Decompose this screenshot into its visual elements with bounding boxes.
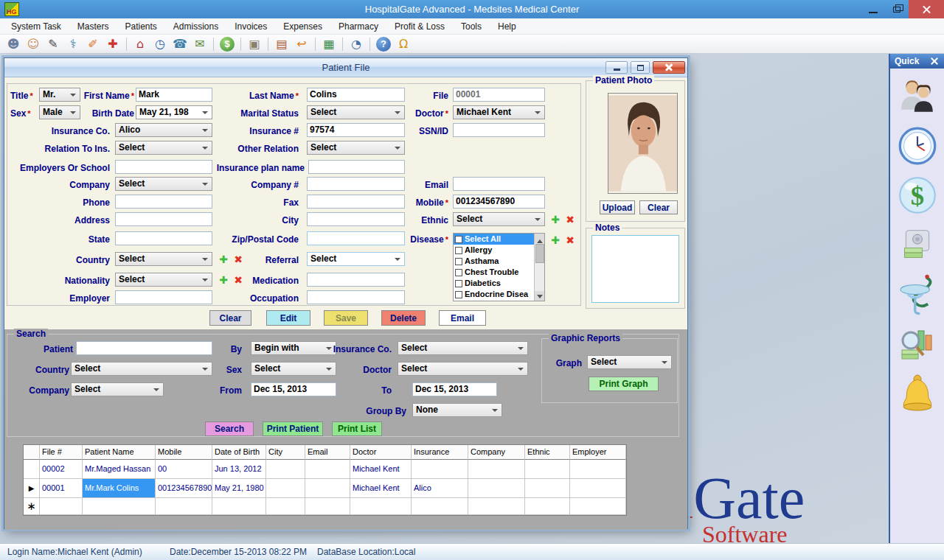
app-close-button[interactable] <box>909 0 944 18</box>
delete-button[interactable]: Delete <box>381 310 426 326</box>
email-input[interactable] <box>453 177 545 191</box>
search-sex-select[interactable]: Select <box>251 362 336 376</box>
menu-item[interactable]: Invoices <box>226 18 275 35</box>
report-icon[interactable]: ▦ <box>322 37 336 52</box>
grid-cell[interactable] <box>525 460 570 479</box>
medication-input[interactable] <box>307 273 405 287</box>
grid-header-cell[interactable]: Doctor <box>350 445 412 460</box>
quick-patients-icon[interactable] <box>896 75 939 118</box>
grid-cell[interactable] <box>305 479 350 498</box>
patients-icon[interactable]: ☻ <box>6 37 21 52</box>
print-patient-button[interactable]: Print Patient <box>263 421 323 436</box>
patient-icon[interactable]: ☺ <box>26 37 41 52</box>
menu-item[interactable]: Tools <box>453 18 490 35</box>
undo-icon[interactable]: ↩ <box>294 37 309 52</box>
signature-icon[interactable]: ✎ <box>46 37 60 52</box>
help-icon[interactable]: ? <box>376 37 391 52</box>
disease-scrollbar[interactable] <box>534 234 544 301</box>
ethnic-select[interactable]: Select <box>453 212 545 226</box>
disease-delete-icon[interactable]: ✖ <box>564 234 576 247</box>
search-company-select[interactable]: Select <box>71 382 164 396</box>
window-minimize-button[interactable] <box>605 61 628 74</box>
grid-cell[interactable] <box>412 498 468 515</box>
disease-option[interactable]: Allergy <box>454 245 534 256</box>
disease-option[interactable]: Diabetics <box>454 278 534 289</box>
disease-option[interactable]: Asthama <box>454 256 534 267</box>
grid-cell[interactable] <box>305 498 350 515</box>
menu-item[interactable]: System Task <box>3 18 69 35</box>
row-selector-cell[interactable]: ▶ <box>24 479 40 498</box>
grid-header-cell[interactable]: Insurance <box>412 445 468 460</box>
new-row-selector-cell[interactable]: ∗ <box>24 498 40 515</box>
ethnic-add-icon[interactable]: ✚ <box>549 213 561 226</box>
graph-select[interactable]: Select <box>587 355 672 369</box>
grid-cell[interactable] <box>266 498 305 515</box>
grid-cell[interactable]: 001234567890 <box>156 479 212 498</box>
mobile-input[interactable]: 001234567890 <box>453 195 545 209</box>
grid-header-cell[interactable]: Mobile <box>156 445 212 460</box>
fax-icon[interactable]: ☎ <box>173 37 187 52</box>
menu-item[interactable]: Expenses <box>275 18 330 35</box>
upload-photo-button[interactable]: Upload <box>600 200 635 214</box>
grid-header-cell[interactable]: Company <box>468 445 525 460</box>
grid-cell[interactable] <box>212 498 266 515</box>
dollar-icon[interactable]: $ <box>220 37 235 52</box>
separator[interactable] <box>126 38 127 51</box>
clear-photo-button[interactable]: Clear <box>639 200 678 214</box>
grid-header-cell[interactable]: Date of Birth <box>212 445 266 460</box>
search-insurance-select[interactable]: Select <box>398 341 528 355</box>
notes-textarea[interactable] <box>591 235 679 303</box>
title-select[interactable]: Mr. <box>39 88 80 102</box>
grid-cell[interactable]: Mr.Maged Hassan <box>83 460 156 479</box>
doctor-select[interactable]: Michael Kent <box>453 105 545 119</box>
grid-cell[interactable]: Alico <box>412 479 468 498</box>
separator[interactable] <box>315 38 316 51</box>
menu-item[interactable]: Pharmacy <box>330 18 386 35</box>
patient-file-titlebar[interactable]: Patient File <box>4 58 687 77</box>
email-button[interactable]: Email <box>439 310 486 326</box>
lab-icon[interactable]: ⚕ <box>66 37 80 52</box>
ethnic-delete-icon[interactable]: ✖ <box>564 213 576 226</box>
menu-item[interactable]: Patients <box>117 18 165 35</box>
grid-cell[interactable] <box>83 498 156 515</box>
search-from-date[interactable]: Dec 15, 2013 <box>251 382 336 396</box>
grid-cell[interactable]: Michael Kent <box>350 460 412 479</box>
marker-icon[interactable]: ✐ <box>86 37 100 52</box>
search-by-select[interactable]: Begin with <box>251 341 336 355</box>
quick-alerts-icon[interactable] <box>896 371 939 414</box>
grid-header-cell[interactable]: Ethnic <box>525 445 570 460</box>
search-doctor-select[interactable]: Select <box>398 362 528 376</box>
pharmacy-box-icon[interactable]: ▣ <box>247 37 262 52</box>
sex-select[interactable]: Male <box>39 105 80 119</box>
row-selector-cell[interactable] <box>24 460 40 479</box>
scroll-thumb[interactable] <box>535 244 544 263</box>
grid-cell[interactable] <box>468 498 525 515</box>
app-minimize-button[interactable] <box>861 0 885 18</box>
grid-header-cell[interactable]: Patient Name <box>83 445 156 460</box>
grid-row[interactable]: ∗ <box>24 498 626 515</box>
grid-cell[interactable] <box>570 460 626 479</box>
menu-item[interactable]: Masters <box>69 18 117 35</box>
grid-cell[interactable] <box>412 460 468 479</box>
window-close-button[interactable] <box>653 61 685 74</box>
grid-cell[interactable] <box>570 498 626 515</box>
checkbox-icon[interactable] <box>455 280 462 287</box>
edit-button[interactable]: Edit <box>266 310 310 326</box>
grid-header-cell[interactable]: File # <box>40 445 83 460</box>
grid-cell[interactable] <box>468 460 525 479</box>
disease-option[interactable]: Chest Trouble <box>454 267 534 278</box>
checkbox-icon[interactable] <box>455 247 462 254</box>
separator[interactable] <box>369 38 370 51</box>
disease-option[interactable]: Endocrine Disea <box>454 289 534 300</box>
grid-cell[interactable] <box>525 498 570 515</box>
separator[interactable] <box>240 38 241 51</box>
occupation-input[interactable] <box>307 290 405 304</box>
quick-close-button[interactable] <box>929 56 940 66</box>
menu-item[interactable]: Admissions <box>165 18 226 35</box>
grid-cell[interactable]: Michael Kent <box>350 479 412 498</box>
invoice-icon[interactable]: ✉ <box>192 37 207 52</box>
quick-pharmacy-icon[interactable] <box>896 273 939 315</box>
referral-select[interactable]: Select <box>307 252 405 266</box>
grid-cell[interactable] <box>525 479 570 498</box>
window-maximize-button[interactable] <box>631 61 650 74</box>
